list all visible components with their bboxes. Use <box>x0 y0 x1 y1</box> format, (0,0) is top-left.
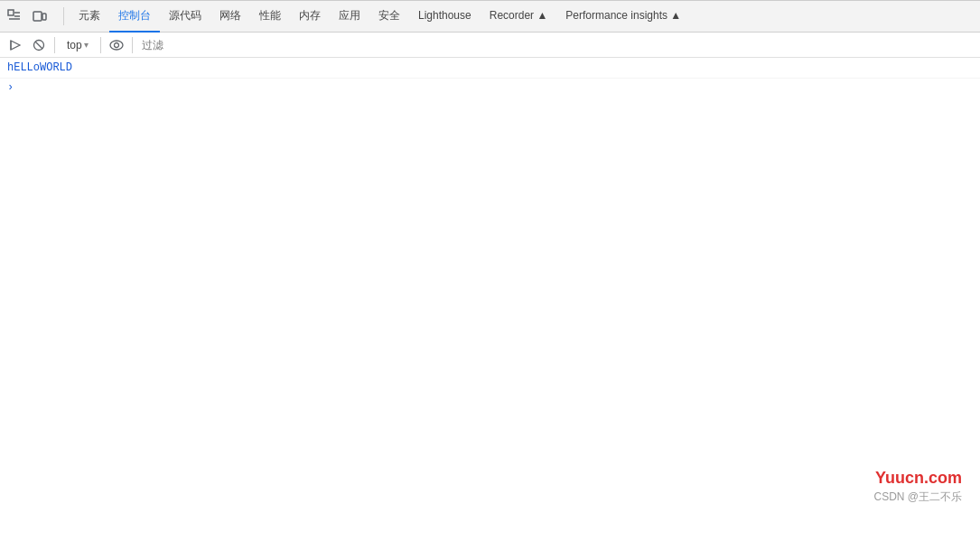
tab-performance-insights[interactable]: Performance insights ▲ <box>556 1 690 33</box>
tab-security[interactable]: 安全 <box>369 1 409 33</box>
filter-input[interactable] <box>138 35 975 55</box>
prompt-arrow: › <box>7 81 14 94</box>
tab-performance[interactable]: 性能 <box>250 1 290 33</box>
tab-network[interactable]: 网络 <box>210 1 250 33</box>
tab-lighthouse[interactable]: Lighthouse <box>409 1 481 33</box>
svg-rect-0 <box>8 10 14 15</box>
tab-bar: 元素 控制台 源代码 网络 性能 内存 应用 安全 Lighthouse Rec… <box>0 1 980 33</box>
tab-recorder[interactable]: Recorder ▲ <box>481 1 557 33</box>
console-line: hELLoWORLD <box>0 58 980 79</box>
svg-point-10 <box>110 41 123 50</box>
devtools-panel: 元素 控制台 源代码 网络 性能 内存 应用 安全 Lighthouse Rec… <box>0 0 980 541</box>
svg-marker-6 <box>11 41 20 50</box>
watermark-sub-text: CSDN @王二不乐 <box>873 490 962 505</box>
watermark: Yuucn.com CSDN @王二不乐 <box>873 469 962 505</box>
svg-line-9 <box>35 42 42 49</box>
devtools-icons <box>4 5 51 27</box>
eye-button[interactable] <box>107 35 126 55</box>
context-selector[interactable]: top ▾ <box>61 35 95 55</box>
tab-application[interactable]: 应用 <box>330 1 369 33</box>
svg-rect-4 <box>33 12 42 21</box>
toolbar-divider-2 <box>100 37 101 53</box>
tab-sources[interactable]: 源代码 <box>160 1 210 33</box>
toolbar-divider-1 <box>54 37 55 53</box>
context-dropdown-arrow: ▾ <box>84 40 89 50</box>
watermark-main-text: Yuucn.com <box>873 469 962 488</box>
tab-divider-1 <box>63 7 64 25</box>
inspect-element-icon[interactable] <box>4 5 25 27</box>
tab-console[interactable]: 控制台 <box>109 1 160 33</box>
console-output-area: hELLoWORLD › Yuucn.com CSDN @王二不乐 <box>0 58 980 541</box>
console-prompt-line[interactable]: › <box>0 79 980 97</box>
context-label: top <box>67 39 82 51</box>
console-toolbar: top ▾ <box>0 33 980 58</box>
svg-rect-5 <box>42 14 46 20</box>
execute-script-button[interactable] <box>5 35 25 55</box>
svg-point-11 <box>114 42 118 47</box>
console-output-text: hELLoWORLD <box>7 60 72 76</box>
clear-console-button[interactable] <box>29 35 49 55</box>
toolbar-divider-3 <box>132 37 133 53</box>
tab-elements[interactable]: 元素 <box>70 1 109 33</box>
tab-memory[interactable]: 内存 <box>290 1 330 33</box>
device-toolbar-icon[interactable] <box>29 5 51 27</box>
